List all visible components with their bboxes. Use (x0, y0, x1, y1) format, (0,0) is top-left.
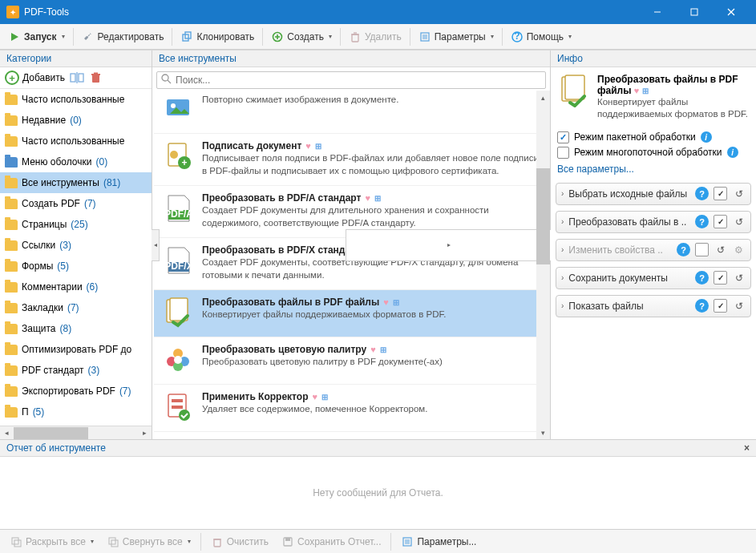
collapse-right-handle[interactable]: ▸ (346, 229, 551, 261)
category-item[interactable]: Экспортировать PDF (7) (0, 381, 152, 402)
step-reset-button[interactable]: ↺ (732, 299, 746, 313)
selected-tool-summary: Преобразовать файлы в PDF файлы ♥ ⊞ Конв… (551, 67, 756, 127)
step-help-button[interactable]: ? (677, 243, 690, 256)
add-category-button[interactable]: + Добавить (5, 71, 65, 85)
category-item[interactable]: Формы (5) (0, 256, 152, 276)
info-icon[interactable]: i (727, 147, 738, 158)
tool-name: Преобразовать в PDF/X стандарт (202, 244, 361, 256)
category-item[interactable]: Недавние (0) (0, 110, 152, 131)
category-item[interactable]: Оптимизировать PDF до (0, 339, 152, 360)
search-input[interactable] (176, 75, 541, 86)
tool-icon (162, 344, 194, 376)
search-field[interactable] (156, 71, 546, 89)
run-button[interactable]: Запуск▾ (3, 26, 70, 47)
report-body: Нету сообщений для Отчета. (0, 457, 756, 529)
category-item[interactable]: Создать PDF (7) (0, 193, 152, 214)
step-reset-button[interactable]: ↺ (732, 271, 746, 285)
category-item[interactable]: Страницы (25) (0, 214, 152, 235)
tool-step[interactable]: ›Показать файлы?↺ (556, 295, 751, 317)
category-item[interactable]: Часто использованные (0, 89, 152, 110)
tool-item[interactable]: Повторно сжимает изображения в документе… (154, 93, 548, 134)
batch-mode-checkbox[interactable] (557, 131, 569, 143)
collapse-left-handle[interactable]: ◂ (152, 229, 160, 261)
category-item[interactable]: PDF стандарт (3) (0, 360, 152, 381)
svg-rect-57 (285, 538, 290, 541)
maximize-button[interactable] (676, 0, 713, 24)
step-help-button[interactable]: ? (695, 187, 709, 200)
step-help-button[interactable]: ? (695, 271, 709, 285)
category-count: (0) (95, 156, 107, 168)
tool-desc: Создает PDF документы для длительного хр… (202, 204, 540, 229)
folder-icon (5, 136, 18, 147)
minimize-button[interactable] (639, 0, 676, 24)
tools-list[interactable]: Повторно сжимает изображения в документе… (152, 93, 550, 439)
clone-button[interactable]: Клонировать (176, 26, 259, 47)
svg-rect-54 (214, 539, 220, 547)
clear-report-button[interactable]: Очистить (206, 531, 273, 552)
tool-item[interactable]: Преобразовать файлы в PDF файлы ♥ ⊞Конве… (154, 290, 548, 337)
folder-icon (5, 324, 18, 334)
svg-rect-50 (12, 538, 18, 544)
step-reset-button[interactable]: ↺ (732, 187, 746, 200)
category-item[interactable]: Все инструменты (81) (0, 172, 152, 193)
tool-step[interactable]: ›Выбрать исходные файлы?↺ (556, 183, 751, 205)
expand-all-button[interactable]: Раскрыть все▾ (5, 531, 99, 552)
categories-hscroll[interactable]: ◂▸ (0, 426, 152, 439)
step-enabled-checkbox[interactable] (714, 271, 727, 285)
close-report-button[interactable]: × (744, 442, 750, 454)
svg-rect-22 (92, 75, 99, 83)
tool-step[interactable]: ›Преобразовать файлы в ..?↺ (556, 211, 751, 233)
category-count: (25) (71, 219, 87, 230)
category-count: (5) (57, 260, 69, 272)
multithread-checkbox[interactable] (557, 147, 569, 159)
delete-button[interactable]: Удалить (344, 26, 406, 47)
category-item[interactable]: Часто использованные (0, 131, 152, 151)
collapse-all-button[interactable]: Свернуть все▾ (102, 531, 196, 552)
help-button[interactable]: ? Помощь▾ (506, 26, 576, 47)
tools-vscroll[interactable]: ▴▾ (536, 91, 550, 439)
tool-step[interactable]: ›Изменить свойства ..?↺⚙ (556, 239, 751, 261)
params-button[interactable]: Параметры▾ (414, 26, 499, 47)
step-enabled-checkbox[interactable] (714, 187, 727, 200)
svg-line-26 (168, 80, 171, 83)
list-icon (401, 535, 414, 548)
category-item[interactable]: П (5) (0, 402, 152, 422)
category-label: Защита (22, 323, 56, 334)
favorite-icon: ♥ (634, 86, 640, 95)
category-item[interactable]: Закладки (7) (0, 297, 152, 318)
close-button[interactable] (713, 0, 750, 24)
step-help-button[interactable]: ? (695, 215, 709, 228)
trash-icon (211, 535, 224, 548)
folder-icon (5, 199, 18, 209)
category-item[interactable]: Меню оболочки (0) (0, 151, 152, 172)
step-help-button[interactable]: ? (695, 299, 709, 313)
windows-icon: ⊞ (380, 345, 386, 354)
tool-step[interactable]: ›Сохранить документы?↺ (556, 267, 751, 289)
tool-icon: + (162, 140, 194, 172)
info-icon[interactable]: i (701, 131, 712, 143)
step-reset-button[interactable]: ↺ (732, 215, 746, 228)
delete-category-button[interactable] (89, 71, 103, 85)
category-item[interactable]: Ссылки (3) (0, 235, 152, 256)
categories-panel: Категории + Добавить Часто использованны… (0, 50, 152, 439)
category-item[interactable]: Комментарии (6) (0, 276, 152, 297)
categories-list[interactable]: Часто использованные Недавние (0)Часто и… (0, 89, 152, 426)
category-item[interactable]: Защита (8) (0, 318, 152, 339)
step-reset-button[interactable]: ↺ (714, 243, 727, 256)
tool-item[interactable]: Применить Корректор ♥ ⊞Удаляет все содер… (154, 385, 548, 432)
all-params-link[interactable]: Все параметры... (551, 163, 756, 180)
gear-icon[interactable]: ⚙ (732, 243, 746, 256)
report-params-button[interactable]: Параметры... (396, 531, 481, 552)
svg-rect-52 (109, 538, 115, 544)
tool-item[interactable]: Преобразовать цветовую палитру ♥ ⊞Преобр… (154, 337, 548, 385)
create-button[interactable]: Создать▾ (266, 26, 337, 47)
category-label: PDF стандарт (22, 365, 84, 376)
step-enabled-checkbox[interactable] (714, 215, 727, 228)
step-enabled-checkbox[interactable] (695, 243, 709, 256)
wrench-icon (82, 30, 95, 43)
rename-category-button[interactable] (70, 71, 84, 85)
tool-item[interactable]: +Подписать документ ♥ ⊞Подписывает поля … (154, 134, 548, 186)
edit-button[interactable]: Редактировать (77, 26, 169, 47)
step-enabled-checkbox[interactable] (714, 299, 727, 313)
save-report-button[interactable]: Сохранить Отчет... (277, 531, 386, 552)
